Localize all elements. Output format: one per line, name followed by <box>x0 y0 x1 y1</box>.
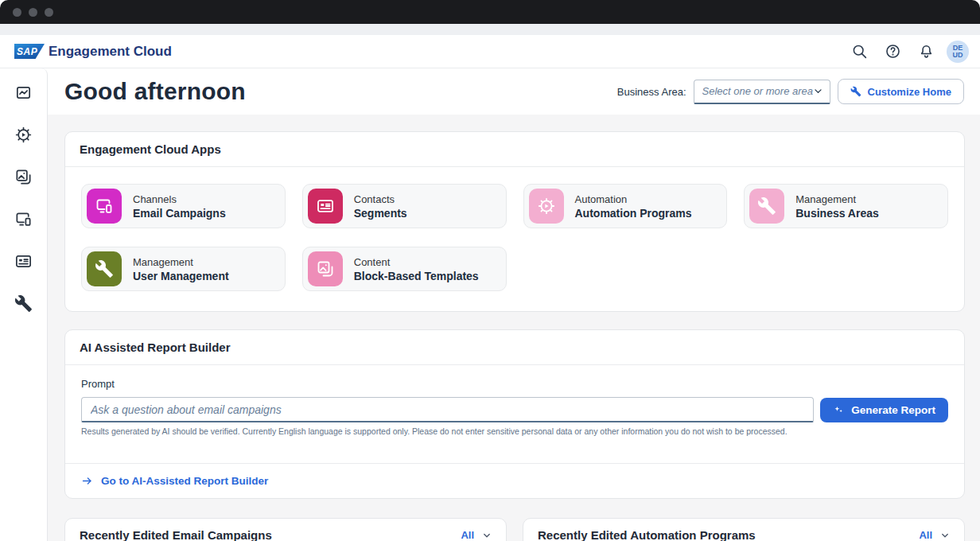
recent-automation-programs-card: Recently Edited Automation Programs All <box>523 518 965 541</box>
app-window: SAP Engagement Cloud DE UD <box>0 0 980 541</box>
window-chrome-strip <box>0 24 980 35</box>
help-icon[interactable] <box>880 39 905 64</box>
app-tile-segments[interactable]: Contacts Segments <box>302 184 507 228</box>
app-tile-user-management[interactable]: Management User Management <box>81 247 286 291</box>
recent-programs-filter-dropdown[interactable]: All <box>919 529 950 541</box>
app-name: Automation Programs <box>575 207 692 220</box>
greeting-header: Good afternoon Business Area: Select one… <box>48 68 980 115</box>
filter-value: All <box>461 529 474 541</box>
avatar-initials-bottom: UD <box>953 52 963 59</box>
arrow-right-icon <box>81 475 93 487</box>
app-name: Business Areas <box>795 207 879 220</box>
sidebar-item-management[interactable] <box>10 292 38 314</box>
business-area-placeholder: Select one or more areas <box>702 85 813 97</box>
window-minimize-button[interactable] <box>29 8 37 17</box>
customize-home-label: Customize Home <box>868 86 951 98</box>
sidebar-item-automation[interactable] <box>10 123 38 146</box>
customize-home-button[interactable]: Customize Home <box>838 79 964 104</box>
ai-disclaimer-text: Results generated by AI should be verifi… <box>81 426 948 436</box>
app-name: Segments <box>354 207 407 220</box>
images-icon <box>308 251 343 286</box>
devices-icon <box>14 210 33 228</box>
sidebar-item-templates[interactable] <box>10 165 38 188</box>
devices-icon <box>87 189 122 224</box>
apps-card-title: Engagement Cloud Apps <box>80 142 221 156</box>
window-zoom-button[interactable] <box>45 8 53 17</box>
ai-report-builder-card: AI Assisted Report Builder Prompt Genera… <box>64 329 965 499</box>
app-category: Contacts <box>354 193 407 205</box>
filter-value: All <box>919 529 932 541</box>
wrench-icon <box>850 86 861 97</box>
product-title: Engagement Cloud <box>49 44 172 60</box>
go-to-report-builder-link[interactable]: Go to AI-Assisted Report Builder <box>65 463 964 498</box>
app-name: Block-Based Templates <box>354 270 479 282</box>
recent-campaigns-filter-dropdown[interactable]: All <box>461 529 492 541</box>
sparkles-icon <box>833 404 845 416</box>
window-titlebar <box>0 0 980 24</box>
search-icon[interactable] <box>846 39 872 64</box>
generate-report-label: Generate Report <box>851 404 935 416</box>
prompt-input[interactable] <box>81 397 814 422</box>
app-category: Channels <box>133 193 226 205</box>
main-area: Good afternoon Business Area: Select one… <box>48 68 980 541</box>
notifications-bell-icon[interactable] <box>913 39 939 64</box>
app-name: User Management <box>133 270 229 282</box>
app-tile-automation-programs[interactable]: Automation Automation Programs <box>523 184 728 228</box>
app-name: Email Campaigns <box>133 207 226 220</box>
chevron-down-icon <box>482 531 492 540</box>
chevron-down-icon <box>813 86 823 96</box>
app-category: Content <box>354 256 479 268</box>
app-category: Management <box>133 256 229 268</box>
sap-logo: SAP <box>14 44 45 59</box>
contact-card-icon <box>308 189 343 224</box>
sidebar-nav <box>0 68 48 541</box>
wrench-icon <box>749 189 784 224</box>
business-area-label: Business Area: <box>617 86 686 98</box>
app-tile-email-campaigns[interactable]: Channels Email Campaigns <box>81 184 286 228</box>
user-avatar[interactable]: DE UD <box>947 41 969 63</box>
recent-programs-title: Recently Edited Automation Programs <box>538 528 756 541</box>
recent-email-campaigns-card: Recently Edited Email Campaigns All <box>64 518 507 541</box>
recent-campaigns-title: Recently Edited Email Campaigns <box>80 528 272 541</box>
app-tile-block-based-templates[interactable]: Content Block-Based Templates <box>302 247 507 291</box>
dashboard-content: Engagement Cloud Apps Channels Email Cam… <box>48 115 980 541</box>
ai-card-title: AI Assisted Report Builder <box>80 341 230 354</box>
page-title: Good afternoon <box>64 78 246 105</box>
generate-report-button[interactable]: Generate Report <box>820 398 948 422</box>
analytics-icon <box>14 84 33 102</box>
app-category: Automation <box>575 193 692 205</box>
gear-play-icon <box>529 189 564 224</box>
app-tile-business-areas[interactable]: Management Business Areas <box>744 184 948 228</box>
images-icon <box>14 168 33 186</box>
sap-logo-text: SAP <box>17 46 37 57</box>
contact-card-icon <box>14 252 33 270</box>
wrench-icon <box>14 294 33 313</box>
sidebar-item-channels[interactable] <box>10 208 38 230</box>
sidebar-item-contacts[interactable] <box>10 250 38 272</box>
app-header: SAP Engagement Cloud DE UD <box>0 35 980 68</box>
wrench-icon <box>87 251 122 286</box>
sidebar-item-analytics[interactable] <box>10 81 38 103</box>
app-category: Management <box>795 193 879 205</box>
chevron-down-icon <box>940 531 950 540</box>
gear-play-icon <box>14 126 33 144</box>
window-close-button[interactable] <box>13 8 21 17</box>
apps-card: Engagement Cloud Apps Channels Email Cam… <box>64 131 965 312</box>
go-to-report-builder-label: Go to AI-Assisted Report Builder <box>101 475 268 487</box>
business-area-select[interactable]: Select one or more areas <box>694 80 830 104</box>
prompt-label: Prompt <box>81 378 948 390</box>
apps-grid: Channels Email Campaigns Contacts Segmen… <box>65 167 964 311</box>
